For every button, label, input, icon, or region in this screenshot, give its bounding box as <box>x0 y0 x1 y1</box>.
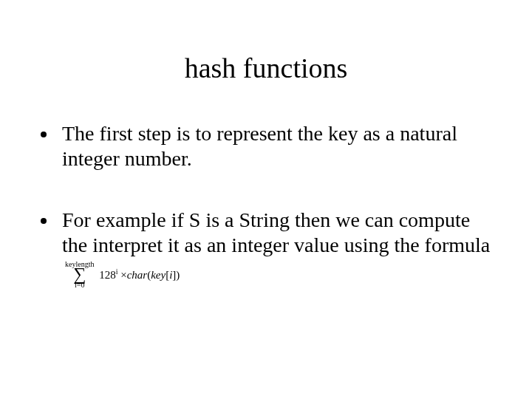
sum-lower-bound: i=0 <box>65 282 94 289</box>
bullet-text: The first step is to represent the key a… <box>62 122 457 170</box>
formula-function: char <box>127 269 148 281</box>
bullet-list: The first step is to represent the key a… <box>37 121 495 286</box>
bullet-text: For example if S is a String then we can… <box>62 208 490 256</box>
summation-symbol: keylength ∑ i=0 <box>65 261 94 289</box>
times-symbol: × <box>120 269 126 281</box>
slide: hash functions The first step is to repr… <box>0 0 532 399</box>
formula-exponent: i <box>116 267 118 276</box>
formula-expression: 128i ×char(key[i]) <box>99 267 180 282</box>
formula-base: 128 <box>99 269 116 281</box>
formula: keylength ∑ i=0 128i ×char(key[i]) <box>65 261 180 289</box>
list-item: For example if S is a String then we can… <box>58 208 495 286</box>
list-item: The first step is to represent the key a… <box>58 121 495 171</box>
slide-title: hash functions <box>37 52 495 84</box>
formula-arg-key: key <box>151 269 166 281</box>
paren-close: ) <box>176 269 180 281</box>
